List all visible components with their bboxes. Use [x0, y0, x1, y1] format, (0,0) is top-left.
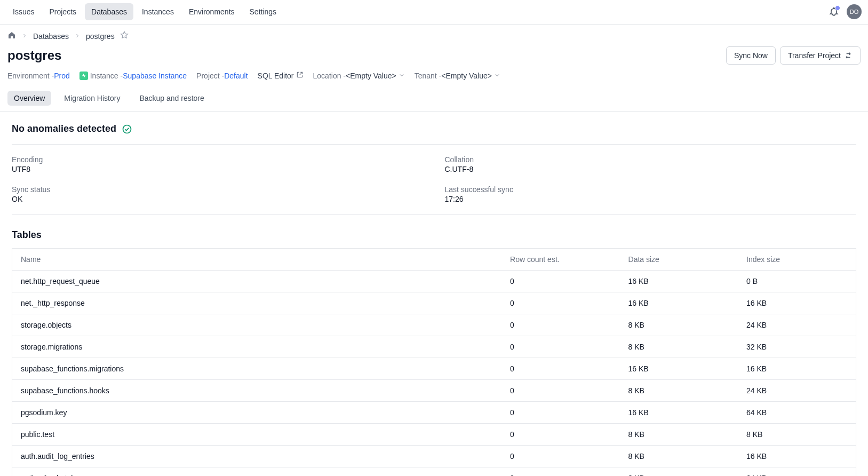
table-cell-name[interactable]: net.http_request_queue	[12, 271, 502, 292]
table-cell-index-size: 16 KB	[738, 358, 856, 380]
breadcrumb: Databases postgres	[0, 25, 868, 44]
table-cell-data-size: 16 KB	[620, 292, 738, 314]
table-cell-row-count: 0	[501, 336, 619, 358]
table-cell-index-size: 24 KB	[738, 314, 856, 336]
sync-now-button[interactable]: Sync Now	[726, 46, 776, 65]
environment-field[interactable]: Environment - Prod	[7, 72, 70, 80]
table-cell-name[interactable]: public.test	[12, 424, 502, 446]
table-cell-row-count: 0	[501, 271, 619, 292]
top-nav: IssuesProjectsDatabasesInstancesEnvironm…	[0, 0, 868, 24]
column-name[interactable]: Name	[12, 249, 502, 271]
table-cell-row-count: 0	[501, 358, 619, 380]
table-cell-row-count: 0	[501, 424, 619, 446]
project-field[interactable]: Project - Default	[196, 72, 248, 80]
table-cell-data-size: 8 KB	[620, 314, 738, 336]
table-row[interactable]: storage.migrations08 KB32 KB	[12, 336, 856, 358]
breadcrumb-current: postgres	[86, 32, 115, 41]
table-row[interactable]: auth.refresh_tokens08 KB64 KB	[12, 467, 856, 477]
breadcrumb-databases[interactable]: Databases	[33, 32, 69, 41]
table-row[interactable]: supabase_functions.migrations016 KB16 KB	[12, 358, 856, 380]
table-cell-name[interactable]: storage.objects	[12, 314, 502, 336]
tables-heading: Tables	[12, 229, 856, 241]
location-field[interactable]: Location - <Empty Value>	[313, 72, 405, 80]
table-cell-name[interactable]: supabase_functions.migrations	[12, 358, 502, 380]
tenant-field[interactable]: Tenant - <Empty Value>	[415, 72, 500, 80]
tables-table: Name Row count est. Data size Index size…	[12, 248, 856, 476]
table-cell-index-size: 32 KB	[738, 336, 856, 358]
sql-editor-link[interactable]: SQL Editor	[258, 71, 304, 80]
table-cell-index-size: 64 KB	[738, 467, 856, 477]
last-sync-field: Last successful sync 17:26	[445, 185, 857, 203]
table-row[interactable]: public.test08 KB8 KB	[12, 424, 856, 446]
external-link-icon	[294, 71, 304, 80]
table-cell-row-count: 0	[501, 292, 619, 314]
tab-overview[interactable]: Overview	[7, 91, 51, 106]
anomaly-status: No anomalies detected	[12, 123, 856, 134]
column-index-size[interactable]: Index size	[738, 249, 856, 271]
supabase-icon	[79, 72, 88, 80]
table-row[interactable]: net.http_request_queue016 KB0 B	[12, 271, 856, 292]
table-cell-index-size: 0 B	[738, 271, 856, 292]
chevron-right-icon	[74, 32, 81, 41]
nav-item-issues[interactable]: Issues	[6, 3, 41, 20]
star-icon[interactable]	[120, 31, 129, 41]
table-header-row: Name Row count est. Data size Index size	[12, 249, 856, 271]
column-row-count[interactable]: Row count est.	[501, 249, 619, 271]
info-grid: Encoding UTF8 Collation C.UTF-8 Sync sta…	[12, 144, 856, 215]
table-row[interactable]: pgsodium.key016 KB64 KB	[12, 402, 856, 424]
nav-item-databases[interactable]: Databases	[85, 3, 133, 20]
table-cell-index-size: 16 KB	[738, 292, 856, 314]
chevron-down-icon	[492, 72, 500, 80]
table-cell-data-size: 8 KB	[620, 380, 738, 402]
table-row[interactable]: storage.objects08 KB24 KB	[12, 314, 856, 336]
table-cell-row-count: 0	[501, 314, 619, 336]
table-cell-index-size: 24 KB	[738, 380, 856, 402]
nav-item-environments[interactable]: Environments	[182, 3, 241, 20]
table-cell-data-size: 8 KB	[620, 446, 738, 467]
table-cell-data-size: 16 KB	[620, 271, 738, 292]
home-icon[interactable]	[7, 31, 16, 41]
encoding-field: Encoding UTF8	[12, 155, 424, 173]
transfer-project-button[interactable]: Transfer Project	[780, 46, 861, 65]
table-cell-data-size: 16 KB	[620, 402, 738, 424]
collation-field: Collation C.UTF-8	[445, 155, 857, 173]
table-cell-row-count: 0	[501, 446, 619, 467]
table-cell-name[interactable]: supabase_functions.hooks	[12, 380, 502, 402]
table-cell-index-size: 16 KB	[738, 446, 856, 467]
nav-item-settings[interactable]: Settings	[243, 3, 283, 20]
page-title: postgres	[7, 48, 61, 63]
table-cell-data-size: 16 KB	[620, 358, 738, 380]
column-data-size[interactable]: Data size	[620, 249, 738, 271]
check-circle-icon	[122, 124, 132, 134]
nav-item-instances[interactable]: Instances	[136, 3, 180, 20]
meta-row: Environment - Prod Instance - Supabase I…	[0, 68, 868, 81]
table-cell-index-size: 64 KB	[738, 402, 856, 424]
user-avatar[interactable]: DO	[847, 4, 862, 19]
page-header: postgres Sync Now Transfer Project	[0, 44, 868, 68]
table-cell-name[interactable]: storage.migrations	[12, 336, 502, 358]
table-cell-data-size: 8 KB	[620, 424, 738, 446]
table-cell-name[interactable]: pgsodium.key	[12, 402, 502, 424]
table-row[interactable]: auth.audit_log_entries08 KB16 KB	[12, 446, 856, 467]
tab-backup-and-restore[interactable]: Backup and restore	[133, 91, 210, 106]
table-cell-data-size: 8 KB	[620, 336, 738, 358]
table-cell-data-size: 8 KB	[620, 467, 738, 477]
table-cell-index-size: 8 KB	[738, 424, 856, 446]
transfer-icon	[844, 51, 853, 60]
table-row[interactable]: supabase_functions.hooks08 KB24 KB	[12, 380, 856, 402]
table-cell-name[interactable]: net._http_response	[12, 292, 502, 314]
table-row[interactable]: net._http_response016 KB16 KB	[12, 292, 856, 314]
table-cell-name[interactable]: auth.refresh_tokens	[12, 467, 502, 477]
notifications-bell-icon[interactable]	[829, 6, 839, 17]
table-cell-name[interactable]: auth.audit_log_entries	[12, 446, 502, 467]
table-cell-row-count: 0	[501, 380, 619, 402]
svg-point-0	[123, 125, 131, 133]
tab-migration-history[interactable]: Migration History	[58, 91, 126, 106]
table-cell-row-count: 0	[501, 467, 619, 477]
nav-item-projects[interactable]: Projects	[43, 3, 83, 20]
chevron-right-icon	[21, 32, 28, 41]
tabs: OverviewMigration HistoryBackup and rest…	[0, 81, 868, 112]
sync-status-field: Sync status OK	[12, 185, 424, 203]
instance-field[interactable]: Instance - Supabase Instance	[79, 72, 187, 80]
content: No anomalies detected Encoding UTF8 Coll…	[0, 112, 868, 476]
